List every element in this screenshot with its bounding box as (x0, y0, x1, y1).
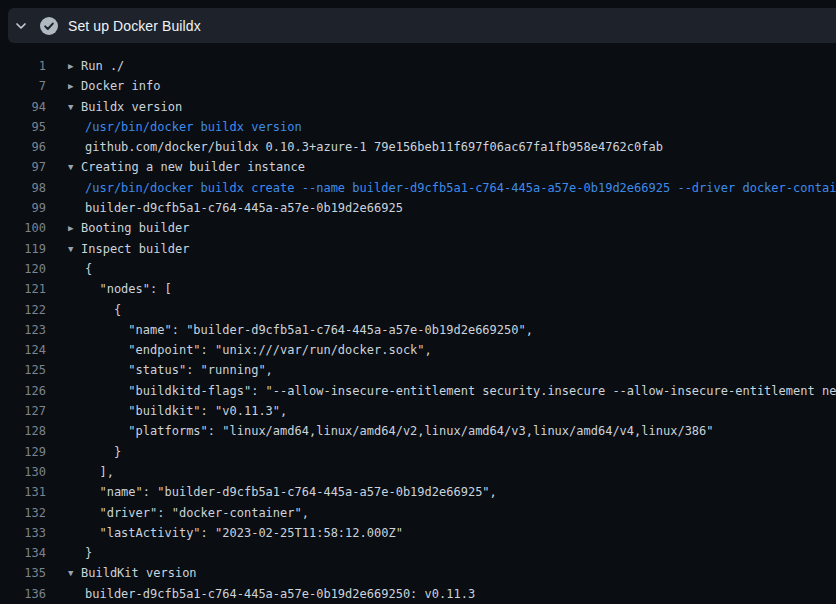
log-line: 124 "endpoint": "unix:///var/run/docker.… (0, 340, 836, 360)
line-number[interactable]: 1 (0, 56, 46, 76)
line-number[interactable]: 123 (0, 320, 46, 340)
group-toggle-icon[interactable]: ▼ (68, 97, 81, 117)
line-content: ▶Run ./ (68, 56, 124, 76)
line-content: ▼Inspect builder (68, 239, 189, 259)
log-group-header[interactable]: 119 ▼Inspect builder (0, 239, 836, 259)
line-text: "nodes": [ (85, 282, 172, 296)
log-line: 99 builder-d9cfb5a1-c764-445a-a57e-0b19d… (0, 198, 836, 218)
group-toggle-icon[interactable]: ▶ (68, 56, 81, 76)
line-content: "name": "builder-d9cfb5a1-c764-445a-a57e… (68, 320, 533, 340)
line-text: "name": "builder-d9cfb5a1-c764-445a-a57e… (85, 323, 533, 337)
line-number[interactable]: 98 (0, 178, 46, 198)
line-number[interactable]: 130 (0, 462, 46, 482)
line-content: } (68, 543, 92, 563)
chevron-down-icon[interactable] (15, 20, 27, 32)
log-line: 122 { (0, 300, 836, 320)
line-number[interactable]: 119 (0, 239, 46, 259)
line-content: "lastActivity": "2023-02-25T11:58:12.000… (68, 523, 403, 543)
log-line: 131 "name": "builder-d9cfb5a1-c764-445a-… (0, 482, 836, 502)
log-line: 132 "driver": "docker-container", (0, 503, 836, 523)
line-content: ▶Docker info (68, 76, 160, 96)
step-header[interactable]: Set up Docker Buildx (8, 8, 836, 43)
line-number[interactable]: 97 (0, 157, 46, 177)
log-group-header[interactable]: 1 ▶Run ./ (0, 56, 836, 76)
log-line: 126 "buildkitd-flags": "--allow-insecure… (0, 381, 836, 401)
line-number[interactable]: 94 (0, 97, 46, 117)
line-number[interactable]: 131 (0, 482, 46, 502)
group-toggle-icon[interactable]: ▼ (68, 239, 81, 259)
line-text: "driver": "docker-container", (85, 506, 309, 520)
log-line: 95 /usr/bin/docker buildx version (0, 117, 836, 137)
log-group-header[interactable]: 135 ▼BuildKit version (0, 563, 836, 583)
line-number[interactable]: 136 (0, 584, 46, 604)
line-text: { (85, 303, 121, 317)
line-text: "platforms": "linux/amd64,linux/amd64/v2… (85, 424, 714, 438)
line-number[interactable]: 135 (0, 563, 46, 583)
line-number[interactable]: 99 (0, 198, 46, 218)
line-content: "nodes": [ (68, 279, 172, 299)
line-number[interactable]: 125 (0, 360, 46, 380)
log-line: 121 "nodes": [ (0, 279, 836, 299)
line-number[interactable]: 126 (0, 381, 46, 401)
log-group-header[interactable]: 97 ▼Creating a new builder instance (0, 157, 836, 177)
group-toggle-icon[interactable]: ▼ (68, 563, 81, 583)
line-text: /usr/bin/docker buildx version (85, 120, 302, 134)
line-content: } (68, 442, 121, 462)
line-number[interactable]: 122 (0, 300, 46, 320)
log-group-header[interactable]: 100 ▶Booting builder (0, 218, 836, 238)
line-content: /usr/bin/docker buildx version (68, 117, 302, 137)
line-number[interactable]: 134 (0, 543, 46, 563)
line-number[interactable]: 129 (0, 442, 46, 462)
line-content: "endpoint": "unix:///var/run/docker.sock… (68, 340, 432, 360)
log-line: 129 } (0, 442, 836, 462)
log-group-header[interactable]: 94 ▼Buildx version (0, 97, 836, 117)
line-content: ▶Booting builder (68, 218, 189, 238)
line-content: "name": "builder-d9cfb5a1-c764-445a-a57e… (68, 482, 497, 502)
log-line: 96 github.com/docker/buildx 0.10.3+azure… (0, 137, 836, 157)
log-viewer: 1 ▶Run ./ 7 ▶Docker info 94 ▼Buildx vers… (0, 44, 836, 604)
line-number[interactable]: 127 (0, 401, 46, 421)
line-number[interactable]: 133 (0, 523, 46, 543)
group-toggle-icon[interactable]: ▼ (68, 157, 81, 177)
line-content: "platforms": "linux/amd64,linux/amd64/v2… (68, 421, 714, 441)
log-line: 134 } (0, 543, 836, 563)
line-content: ▼Creating a new builder instance (68, 157, 305, 177)
line-content: builder-d9cfb5a1-c764-445a-a57e-0b19d2e6… (68, 584, 475, 604)
line-number[interactable]: 96 (0, 137, 46, 157)
line-number[interactable]: 121 (0, 279, 46, 299)
line-text: Run ./ (81, 59, 124, 73)
log-line: 120 { (0, 259, 836, 279)
line-content: { (68, 300, 121, 320)
line-text: BuildKit version (81, 566, 197, 580)
line-number[interactable]: 95 (0, 117, 46, 137)
line-text: Docker info (81, 79, 160, 93)
line-number[interactable]: 120 (0, 259, 46, 279)
line-text: "buildkitd-flags": "--allow-insecure-ent… (85, 384, 836, 398)
line-text: "status": "running", (85, 363, 273, 377)
log-line: 125 "status": "running", (0, 360, 836, 380)
line-text: builder-d9cfb5a1-c764-445a-a57e-0b19d2e6… (85, 201, 403, 215)
line-text: ], (85, 465, 114, 479)
line-text: Booting builder (81, 221, 189, 235)
line-text: Creating a new builder instance (81, 160, 305, 174)
line-text: } (85, 445, 121, 459)
line-content: github.com/docker/buildx 0.10.3+azure-1 … (68, 137, 663, 157)
line-number[interactable]: 100 (0, 218, 46, 238)
line-content: "driver": "docker-container", (68, 503, 309, 523)
line-content: builder-d9cfb5a1-c764-445a-a57e-0b19d2e6… (68, 198, 403, 218)
line-number[interactable]: 7 (0, 76, 46, 96)
line-text: "buildkit": "v0.11.3", (85, 404, 287, 418)
group-toggle-icon[interactable]: ▶ (68, 76, 81, 96)
log-line: 130 ], (0, 462, 836, 482)
line-number[interactable]: 128 (0, 421, 46, 441)
line-number[interactable]: 124 (0, 340, 46, 360)
log-line: 133 "lastActivity": "2023-02-25T11:58:12… (0, 523, 836, 543)
log-group-header[interactable]: 7 ▶Docker info (0, 76, 836, 96)
line-text: builder-d9cfb5a1-c764-445a-a57e-0b19d2e6… (85, 587, 475, 601)
line-content: ], (68, 462, 114, 482)
line-number[interactable]: 132 (0, 503, 46, 523)
log-line: 136 builder-d9cfb5a1-c764-445a-a57e-0b19… (0, 584, 836, 604)
log-line: 98 /usr/bin/docker buildx create --name … (0, 178, 836, 198)
group-toggle-icon[interactable]: ▶ (68, 218, 81, 238)
line-text: /usr/bin/docker buildx create --name bui… (85, 181, 836, 195)
